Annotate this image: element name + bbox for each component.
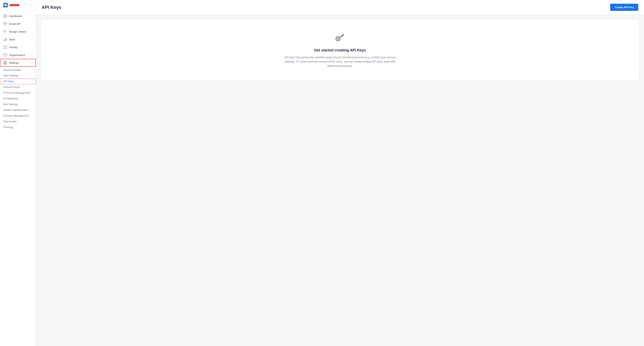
main-content: API Keys Create API Key Get started crea…	[36, 0, 644, 346]
sidebar-item-suppressions-label: Suppressions	[9, 53, 29, 56]
sidebar-item-activity[interactable]: Activity	[0, 43, 36, 51]
empty-state-card: Get started creating API Keys API keys h…	[41, 20, 639, 80]
svg-rect-18	[4, 63, 4, 64]
svg-point-11	[4, 55, 4, 55]
svg-rect-15	[4, 62, 4, 63]
sidebar-item-activity-label: Activity	[9, 46, 32, 49]
svg-rect-1	[5, 14, 7, 16]
svg-rect-12	[4, 61, 4, 62]
sub-nav-item-mail-settings[interactable]: Mail Settings	[0, 101, 36, 107]
sub-nav-item-sender-authentication[interactable]: Sender Authentication	[0, 107, 36, 113]
sidebar-item-email-api-label: Email API	[9, 22, 29, 25]
stats-icon	[3, 37, 7, 41]
sidebar-item-dashboard-label: Dashboard	[9, 14, 32, 18]
svg-rect-7	[5, 39, 5, 41]
svg-rect-17	[6, 62, 7, 63]
sub-nav-item-subuser-management[interactable]: Subuser Management	[0, 113, 36, 119]
sub-nav-item-tracking[interactable]: Tracking	[0, 124, 36, 130]
dashboard-icon	[3, 14, 7, 18]
activity-icon	[3, 45, 7, 49]
svg-rect-13	[5, 61, 6, 62]
svg-rect-6	[4, 39, 4, 41]
create-api-key-button[interactable]: Create API Key	[610, 4, 638, 11]
main-body: Get started creating API Keys API keys h…	[36, 15, 644, 346]
empty-state-title: Get started creating API Keys	[314, 48, 366, 52]
settings-sub-nav: Account Details Alert Settings API Keys …	[0, 67, 36, 131]
svg-rect-4	[4, 22, 7, 25]
suppressions-chevron-icon: ▾	[32, 54, 32, 56]
stats-chevron-icon: ▾	[32, 38, 32, 40]
sub-nav-item-inbound-parse[interactable]: Inbound Parse	[0, 84, 36, 90]
svg-rect-20	[6, 63, 7, 64]
sidebar-item-email-api[interactable]: Email API ▾	[0, 20, 36, 28]
svg-rect-0	[4, 14, 5, 16]
key-icon	[334, 32, 346, 44]
svg-rect-2	[4, 16, 5, 18]
sidebar-item-dashboard[interactable]: Dashboard	[0, 12, 36, 20]
sidebar-nav: Dashboard Email API ▾ Design Library	[0, 10, 36, 132]
sidebar-item-design-library[interactable]: Design Library	[0, 28, 36, 35]
design-library-icon	[3, 30, 7, 33]
sidebar-item-stats-label: Stats	[9, 38, 29, 41]
svg-rect-3	[5, 16, 7, 18]
sidebar-item-settings[interactable]: Settings ▾	[0, 59, 36, 67]
svg-rect-16	[5, 62, 6, 63]
sidebar-item-stats[interactable]: Stats ▾	[0, 35, 36, 43]
empty-state-description: API keys help protect the sensitive area…	[282, 55, 398, 68]
email-api-chevron-icon: ▾	[32, 23, 32, 25]
svg-point-5	[4, 30, 5, 31]
sub-nav-item-teammates[interactable]: Teammates	[0, 119, 36, 124]
sidebar-item-settings-label: Settings	[9, 61, 29, 64]
svg-rect-19	[5, 63, 6, 64]
email-api-icon	[3, 22, 7, 26]
page-title: API Keys	[42, 5, 61, 10]
svg-rect-10	[4, 54, 7, 56]
sidebar: ▾ Dashboard Email API	[0, 0, 36, 346]
sidebar-item-design-library-label: Design Library	[9, 30, 32, 33]
logo-brand-bar	[10, 4, 19, 6]
sub-nav-item-alert-settings[interactable]: Alert Settings	[0, 73, 36, 78]
svg-rect-14	[6, 61, 7, 62]
sidebar-item-suppressions[interactable]: Suppressions ▾	[0, 51, 36, 59]
logo-icon	[3, 3, 8, 7]
suppressions-icon	[3, 53, 7, 57]
main-header: API Keys Create API Key	[36, 0, 644, 15]
sub-nav-item-ip-access-management[interactable]: IP Access Management	[0, 90, 36, 96]
svg-point-21	[336, 37, 340, 41]
settings-chevron-icon: ▾	[32, 62, 32, 64]
sub-nav-item-api-keys[interactable]: API Keys	[0, 78, 36, 84]
settings-icon	[3, 61, 7, 64]
sub-nav-item-ip-addresses[interactable]: IP Addresses	[0, 96, 36, 101]
sub-nav-item-account-details[interactable]: Account Details	[0, 67, 36, 73]
svg-rect-8	[6, 38, 6, 41]
sidebar-logo[interactable]: ▾	[0, 0, 36, 10]
svg-point-22	[337, 38, 339, 39]
logo-chevron-icon: ▾	[31, 4, 32, 6]
